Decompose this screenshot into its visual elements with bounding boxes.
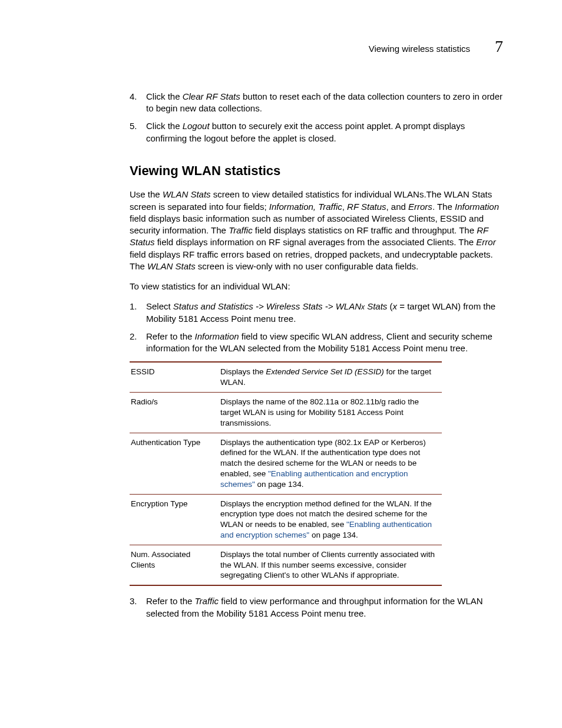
step-list-main: 1. Select Status and Statistics -> Wirel… [130, 301, 503, 354]
lead-in: To view statistics for an individual WLA… [130, 281, 503, 292]
table-term: Authentication Type [130, 433, 219, 494]
table-term: Encryption Type [130, 494, 219, 545]
table-row: Encryption Type Displays the encryption … [130, 494, 442, 545]
step-number: 4. [130, 91, 146, 115]
intro-paragraph: Use the WLAN Stats screen to view detail… [130, 189, 503, 272]
step-text: Click the Logout button to securely exit… [146, 120, 503, 144]
step-item: 4. Click the Clear RF Stats button to re… [130, 91, 503, 115]
step-item: 1. Select Status and Statistics -> Wirel… [130, 301, 503, 325]
section-heading: Viewing WLAN statistics [130, 162, 503, 180]
step-text: Select Status and Statistics -> Wireless… [146, 301, 503, 325]
running-title: Viewing wireless statistics [369, 43, 470, 55]
page: Viewing wireless statistics 7 4. Click t… [0, 0, 562, 728]
page-content: 4. Click the Clear RF Stats button to re… [59, 91, 503, 620]
step-item: 2. Refer to the Information field to vie… [130, 331, 503, 355]
step-list-prev: 4. Click the Clear RF Stats button to re… [130, 91, 503, 144]
table-row: Authentication Type Displays the authent… [130, 433, 442, 494]
step-item: 3. Refer to the Traffic field to view pe… [130, 595, 503, 620]
step-text: Refer to the Information field to view s… [146, 331, 503, 355]
table-term: ESSID [130, 362, 219, 392]
table-desc: Displays the name of the 802.11a or 802.… [219, 393, 442, 433]
table-term: Radio/s [130, 393, 219, 433]
step-list-cont: 3. Refer to the Traffic field to view pe… [130, 595, 503, 620]
step-number: 5. [130, 120, 146, 144]
table-row: ESSID Displays the Extended Service Set … [130, 362, 442, 392]
step-number: 1. [130, 301, 146, 325]
table-desc: Displays the Extended Service Set ID (ES… [219, 362, 442, 392]
table-desc: Displays the total number of Clients cur… [219, 545, 442, 585]
table-row: Radio/s Displays the name of the 802.11a… [130, 393, 442, 433]
table-row: Num. Associated Clients Displays the tot… [130, 545, 442, 585]
step-text: Refer to the Traffic field to view perfo… [146, 595, 503, 620]
chapter-number: 7 [495, 35, 503, 58]
table-term: Num. Associated Clients [130, 545, 219, 585]
running-header: Viewing wireless statistics 7 [59, 35, 503, 58]
step-item: 5. Click the Logout button to securely e… [130, 120, 503, 144]
table-desc: Displays the encryption method defined f… [219, 494, 442, 545]
step-text: Click the Clear RF Stats button to reset… [146, 91, 503, 115]
step-number: 3. [130, 595, 146, 620]
step-number: 2. [130, 331, 146, 355]
information-table: ESSID Displays the Extended Service Set … [130, 361, 442, 586]
table-desc: Displays the authentication type (802.1x… [219, 433, 442, 494]
